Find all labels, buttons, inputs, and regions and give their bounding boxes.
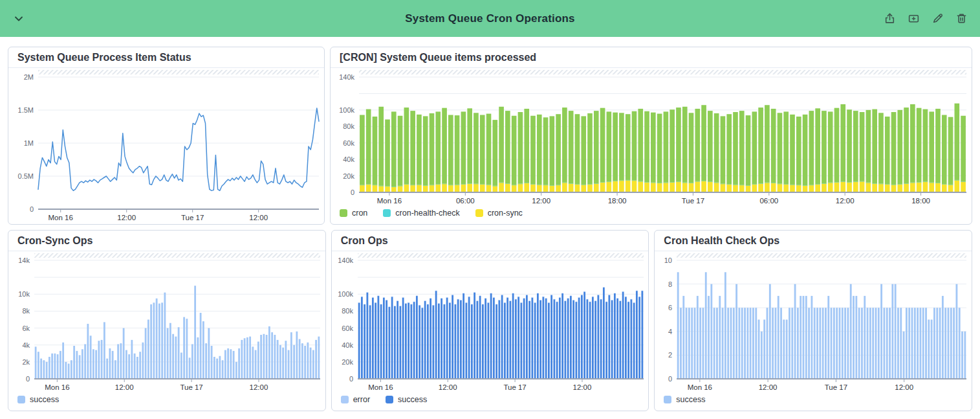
legend-item[interactable]: cron-health-check — [383, 209, 459, 218]
collapse-chevron-icon[interactable] — [10, 10, 27, 27]
legend-label: error — [353, 395, 370, 404]
legend-swatch-icon — [475, 209, 483, 217]
bar-chart-health-check-ops[interactable]: 0246810Mon 1612:00Tue 1712:00 — [655, 251, 972, 394]
panel-title[interactable]: System Queue Process Item Status — [8, 47, 324, 68]
panel-title[interactable]: Cron Health Check Ops — [655, 231, 972, 251]
svg-text:2M: 2M — [24, 73, 34, 81]
svg-text:Mon 16: Mon 16 — [688, 383, 712, 391]
dashboard-grid: System Queue Process Item Status 00.5M1M… — [0, 37, 980, 419]
panel-process-item-status: System Queue Process Item Status 00.5M1M… — [8, 47, 325, 225]
svg-text:60k: 60k — [343, 139, 354, 147]
legend-item[interactable]: success — [664, 395, 705, 404]
svg-text:140k: 140k — [339, 73, 354, 81]
panel-cron-ops: Cron Ops 020k40k60k80k100k140kMon 1612:0… — [331, 230, 649, 411]
legend: success — [8, 394, 325, 411]
svg-text:12:00: 12:00 — [115, 383, 134, 391]
svg-text:Tue 17: Tue 17 — [682, 197, 704, 205]
svg-text:2: 2 — [668, 351, 672, 359]
svg-text:6: 6 — [668, 304, 672, 311]
legend-item[interactable]: cron — [340, 209, 367, 218]
legend-swatch-icon — [664, 396, 671, 403]
bar-chart-cron-ops[interactable]: 020k40k60k80k100k140kMon 1612:00Tue 1712… — [332, 251, 649, 394]
legend-label: cron — [352, 209, 367, 218]
svg-text:1M: 1M — [24, 139, 34, 147]
svg-text:12:00: 12:00 — [836, 197, 855, 205]
svg-text:Mon 16: Mon 16 — [45, 383, 69, 391]
svg-text:0: 0 — [349, 375, 353, 383]
svg-text:Tue 17: Tue 17 — [503, 383, 526, 391]
line-chart-process-item-status[interactable]: 00.5M1M1.5M2MMon 1612:00Tue 1712:00 — [8, 68, 324, 224]
bar-chart-cron-sync-ops[interactable]: 02k4k6k8k10k14kMon 1612:00Tue 1712:00 — [8, 251, 325, 394]
dashboard-header: System Queue Cron Operations — [0, 0, 980, 37]
svg-text:12:00: 12:00 — [439, 383, 457, 391]
svg-text:10: 10 — [664, 256, 672, 264]
svg-text:40k: 40k — [343, 155, 354, 163]
svg-text:100k: 100k — [338, 290, 353, 298]
stacked-bar-chart-items-processed[interactable]: 020k40k60k80k100k140kMon 1606:0012:0018:… — [331, 68, 972, 207]
svg-text:Mon 16: Mon 16 — [377, 197, 402, 205]
legend: success — [655, 394, 972, 411]
svg-text:12:00: 12:00 — [249, 214, 268, 221]
panel-cron-sync-ops: Cron-Sync Ops 02k4k6k8k10k14kMon 1612:00… — [8, 230, 326, 411]
svg-text:20k: 20k — [342, 358, 353, 366]
dashboard-title: System Queue Cron Operations — [405, 12, 575, 25]
svg-text:0: 0 — [351, 188, 354, 196]
header-actions — [882, 10, 970, 27]
svg-text:40k: 40k — [342, 341, 353, 349]
svg-text:Mon 16: Mon 16 — [49, 214, 73, 221]
svg-text:0: 0 — [30, 205, 34, 213]
legend: croncron-health-checkcron-sync — [331, 207, 972, 224]
svg-text:18:00: 18:00 — [911, 197, 930, 205]
svg-text:4k: 4k — [22, 341, 30, 349]
legend-item[interactable]: success — [386, 395, 427, 404]
legend-label: success — [398, 395, 427, 404]
svg-text:12:00: 12:00 — [895, 383, 914, 391]
svg-text:0.5M: 0.5M — [18, 172, 34, 180]
svg-text:140k: 140k — [338, 256, 353, 264]
svg-text:Mon 16: Mon 16 — [368, 383, 393, 391]
panel-title[interactable]: Cron-Sync Ops — [8, 231, 325, 251]
legend-swatch-icon — [383, 209, 391, 217]
svg-text:12:00: 12:00 — [532, 197, 550, 205]
panel-title[interactable]: Cron Ops — [332, 231, 649, 251]
svg-text:Tue 17: Tue 17 — [181, 214, 204, 221]
svg-text:60k: 60k — [342, 324, 353, 332]
svg-text:80k: 80k — [342, 307, 353, 315]
export-icon[interactable] — [882, 10, 898, 27]
legend: errorsuccess — [332, 394, 649, 411]
svg-text:0: 0 — [26, 375, 30, 383]
edit-icon[interactable] — [930, 10, 946, 27]
panel-title[interactable]: [CRON] System Queue items processed — [331, 47, 972, 68]
legend-swatch-icon — [340, 209, 347, 217]
svg-text:20k: 20k — [343, 172, 354, 180]
svg-text:100k: 100k — [339, 106, 354, 114]
svg-text:Tue 17: Tue 17 — [180, 383, 202, 391]
svg-text:4: 4 — [668, 328, 672, 335]
svg-text:12:00: 12:00 — [572, 383, 591, 391]
svg-text:6k: 6k — [22, 324, 30, 332]
delete-icon[interactable] — [953, 10, 970, 27]
legend-label: success — [676, 395, 705, 404]
legend-item[interactable]: cron-sync — [475, 209, 523, 218]
panel-health-check-ops: Cron Health Check Ops 0246810Mon 1612:00… — [654, 230, 972, 411]
legend-label: cron-sync — [488, 209, 523, 218]
copy-to-dashboard-icon[interactable] — [906, 10, 922, 27]
svg-text:14k: 14k — [18, 256, 30, 264]
legend-swatch-icon — [341, 396, 349, 403]
legend-swatch-icon — [386, 396, 393, 403]
svg-text:2k: 2k — [22, 358, 30, 366]
svg-text:Tue 17: Tue 17 — [825, 383, 847, 391]
svg-text:8k: 8k — [22, 307, 30, 315]
legend-swatch-icon — [17, 396, 25, 403]
legend-item[interactable]: error — [341, 395, 370, 404]
svg-text:12:00: 12:00 — [759, 383, 778, 391]
panel-items-processed: [CRON] System Queue items processed 020k… — [330, 47, 972, 225]
svg-text:06:00: 06:00 — [456, 197, 475, 205]
svg-text:0: 0 — [668, 375, 672, 383]
svg-text:10k: 10k — [18, 290, 30, 298]
svg-text:18:00: 18:00 — [608, 197, 627, 205]
svg-text:06:00: 06:00 — [759, 197, 778, 205]
svg-text:80k: 80k — [343, 122, 354, 130]
legend-item[interactable]: success — [17, 395, 59, 404]
legend-label: success — [30, 395, 59, 404]
